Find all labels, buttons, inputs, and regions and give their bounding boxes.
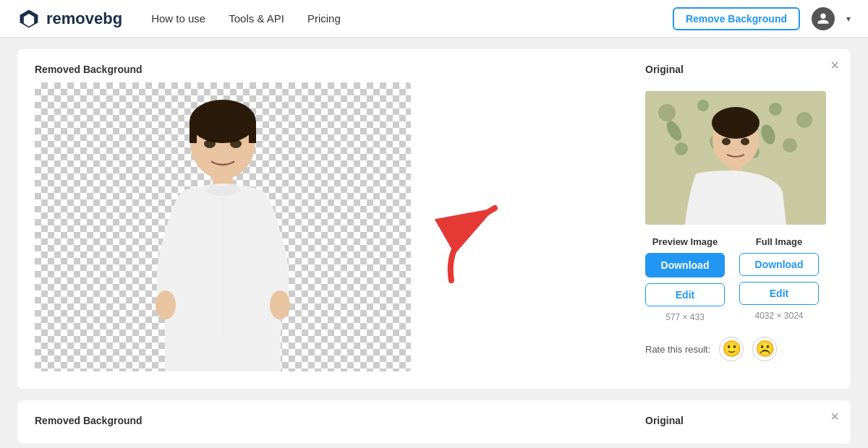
close-button-2[interactable]: × <box>830 409 839 423</box>
logo-icon <box>17 7 41 30</box>
svg-point-13 <box>658 104 676 121</box>
preview-edit-button[interactable]: Edit <box>645 283 725 306</box>
left-panel: Removed Background <box>35 64 631 371</box>
full-dimensions: 4032 × 3024 <box>754 311 803 321</box>
full-edit-button[interactable]: Edit <box>739 282 819 305</box>
full-download-button[interactable]: Download <box>739 253 819 276</box>
nav-how-to-use[interactable]: How to use <box>151 12 205 25</box>
thumbs-up-button[interactable]: 🙂 <box>719 337 744 361</box>
svg-point-10 <box>270 290 290 319</box>
download-section: Preview Image Download Edit 577 × 433 Fu… <box>645 236 833 322</box>
main-content: × Removed Background <box>0 38 868 448</box>
logo[interactable]: removebg <box>17 7 122 30</box>
rate-label: Rate this result: <box>645 344 710 355</box>
thumbs-down-button[interactable]: ☹️ <box>752 337 777 361</box>
svg-point-7 <box>230 139 242 148</box>
svg-point-17 <box>796 112 812 128</box>
nav-pricing[interactable]: Pricing <box>307 12 341 25</box>
right-panel-2: Original <box>631 415 833 426</box>
svg-rect-5 <box>249 121 256 143</box>
original-title-2: Original <box>645 415 833 426</box>
svg-point-18 <box>675 142 688 155</box>
preview-dimensions: 577 × 433 <box>665 312 705 322</box>
svg-point-3 <box>190 100 256 143</box>
original-photo <box>645 91 826 225</box>
user-account-icon[interactable] <box>812 7 835 30</box>
account-chevron[interactable]: ▾ <box>846 14 851 24</box>
preview-label: Preview Image <box>652 236 718 247</box>
svg-point-16 <box>769 103 782 116</box>
account-icon-svg <box>817 12 830 25</box>
close-button-1[interactable]: × <box>830 58 839 72</box>
logo-text: removebg <box>46 9 122 28</box>
svg-point-28 <box>741 138 749 145</box>
svg-rect-4 <box>190 121 197 143</box>
removed-bg-title-2: Removed Background <box>35 415 631 426</box>
svg-point-9 <box>156 290 176 319</box>
result-card-2: × Removed Background Original <box>17 400 851 444</box>
svg-point-21 <box>783 138 797 152</box>
nav-links: How to use Tools & API Pricing <box>151 12 673 25</box>
svg-point-14 <box>697 100 709 111</box>
person-silhouette <box>122 90 324 371</box>
svg-point-6 <box>204 139 216 148</box>
svg-point-26 <box>712 107 760 139</box>
remove-background-button[interactable]: Remove Background <box>673 7 800 30</box>
original-title: Original <box>645 64 833 75</box>
full-label: Full Image <box>756 236 802 247</box>
navbar: removebg How to use Tools & API Pricing … <box>0 0 868 38</box>
full-image-col: Full Image Download Edit 4032 × 3024 <box>739 236 819 322</box>
original-image <box>645 91 826 225</box>
preview-image-col: Preview Image Download Edit 577 × 433 <box>645 236 725 322</box>
removed-bg-image <box>35 82 411 371</box>
preview-download-button[interactable]: Download <box>645 253 725 277</box>
removed-bg-title: Removed Background <box>35 64 631 75</box>
nav-tools-api[interactable]: Tools & API <box>229 12 284 25</box>
result-card-1: × Removed Background <box>17 49 851 389</box>
right-panel: Original <box>631 64 833 371</box>
nav-actions: Remove Background ▾ <box>673 7 851 30</box>
left-panel-2: Removed Background <box>35 415 631 426</box>
rate-section: Rate this result: 🙂 ☹️ <box>645 337 833 361</box>
svg-point-27 <box>722 138 731 145</box>
